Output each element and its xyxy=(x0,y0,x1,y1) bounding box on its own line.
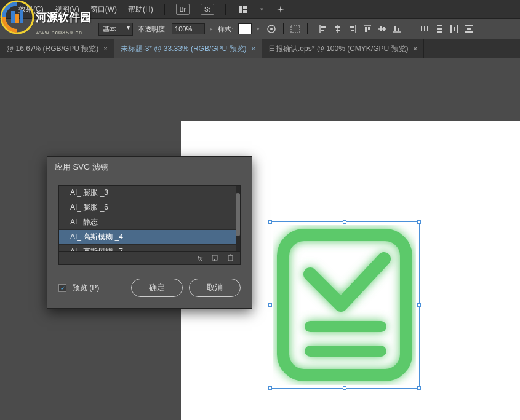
svg-rect-2 xyxy=(15,14,19,23)
distribute-group xyxy=(418,23,476,35)
svg-rect-18 xyxy=(351,30,354,31)
align-group xyxy=(316,23,404,35)
svg-rect-21 xyxy=(368,27,370,30)
preview-checkbox[interactable]: ✓ xyxy=(58,284,66,292)
svg-rect-35 xyxy=(454,27,455,31)
trash-icon[interactable] xyxy=(227,254,234,263)
svg-rect-27 xyxy=(398,28,399,31)
scrollbar-thumb[interactable] xyxy=(236,193,240,236)
dashed-rect-icon[interactable] xyxy=(289,23,302,35)
svg-rect-32 xyxy=(437,28,442,30)
svg-rect-33 xyxy=(437,31,442,33)
close-icon[interactable]: × xyxy=(103,45,107,52)
opacity-label: 不透明度: xyxy=(138,25,167,34)
filter-item[interactable]: AI_ 静态 xyxy=(59,215,240,230)
tab-bar: @ 16.67% (RGB/GPU 预览) × 未标题-3* @ 33.33% … xyxy=(0,39,520,58)
filter-item[interactable]: AI_ 膨胀 _3 xyxy=(59,186,240,200)
appearance-icon[interactable] xyxy=(265,23,278,35)
filter-item[interactable]: AI_ 膨胀 _6 xyxy=(59,200,240,215)
svg-rect-23 xyxy=(380,26,382,31)
style-swatch[interactable] xyxy=(238,23,252,34)
svg-rect-38 xyxy=(467,28,471,30)
handle-top-left[interactable] xyxy=(268,220,272,224)
svg-rect-31 xyxy=(437,25,442,26)
svg-rect-17 xyxy=(350,26,354,28)
svg-rect-6 xyxy=(243,10,247,13)
svg-rect-9 xyxy=(291,25,300,33)
ok-button[interactable]: 确定 xyxy=(131,279,183,297)
svg-rect-26 xyxy=(394,26,396,31)
svg-rect-24 xyxy=(383,27,385,31)
logo-text: 河源软件园 xyxy=(36,10,91,25)
divider xyxy=(164,4,165,15)
preview-label: 预览 (P) xyxy=(73,283,99,293)
dropdown-caret-icon: ▾ xyxy=(260,6,263,12)
chevron-right-icon[interactable]: ▸ xyxy=(210,26,213,32)
stock-icon[interactable]: St xyxy=(201,4,214,15)
style-label: 样式: xyxy=(218,25,233,34)
logo-icon xyxy=(0,0,34,34)
distribute-v-icon[interactable] xyxy=(433,23,446,35)
scrollbar[interactable] xyxy=(236,186,240,251)
align-bottom-icon[interactable] xyxy=(390,23,404,35)
selection-bounds xyxy=(270,221,420,389)
bridge-icon[interactable]: Br xyxy=(176,4,190,15)
new-filter-icon[interactable] xyxy=(211,254,218,263)
handle-bottom-mid[interactable] xyxy=(343,386,346,390)
close-icon[interactable]: × xyxy=(414,45,417,52)
dropdown-caret-icon: ▾ xyxy=(257,26,260,32)
handle-top-mid[interactable] xyxy=(343,220,346,224)
sparkle-icon[interactable] xyxy=(274,3,287,15)
handle-mid-right[interactable] xyxy=(417,303,421,307)
svg-rect-29 xyxy=(424,26,425,31)
logo-subtitle: www.pc0359.cn xyxy=(36,30,82,36)
distribute-icon-3[interactable] xyxy=(447,23,461,35)
svg-rect-1 xyxy=(11,11,15,23)
align-vcenter-icon[interactable] xyxy=(375,23,389,35)
align-left-icon[interactable] xyxy=(316,23,330,35)
svg-rect-15 xyxy=(336,30,340,31)
svg-rect-5 xyxy=(243,6,247,9)
svg-rect-45 xyxy=(228,256,233,261)
artwork-selection[interactable] xyxy=(273,225,416,385)
document-tab[interactable]: 未标题-3* @ 33.33% (RGB/GPU 预览) × xyxy=(114,39,262,58)
menu-window[interactable]: 窗口(W) xyxy=(90,4,117,15)
preset-dropdown[interactable]: 基本 xyxy=(98,23,133,36)
filter-list[interactable]: AI_ 膨胀 _3 AI_ 膨胀 _6 AI_ 静态 AI_ 高斯模糊 _4 A… xyxy=(58,185,241,252)
handle-bottom-right[interactable] xyxy=(417,386,421,390)
distribute-h-icon[interactable] xyxy=(418,23,431,35)
document-tab[interactable]: 日报确认.eps* @ 100% (CMYK/GPU 预览) × xyxy=(262,39,424,58)
distribute-icon-4[interactable] xyxy=(462,23,476,35)
svg-rect-12 xyxy=(321,30,324,31)
opacity-input[interactable] xyxy=(172,23,205,34)
handle-mid-left[interactable] xyxy=(268,303,272,307)
svg-rect-34 xyxy=(450,25,452,33)
divider xyxy=(225,4,226,15)
close-icon[interactable]: × xyxy=(252,45,255,52)
site-logo: 河源软件园 www.pc0359.cn xyxy=(0,0,91,34)
align-top-icon[interactable] xyxy=(361,23,374,35)
svg-rect-4 xyxy=(239,6,242,13)
svg-rect-3 xyxy=(20,10,23,23)
align-right-icon[interactable] xyxy=(346,23,359,35)
document-tab[interactable]: @ 16.67% (RGB/GPU 预览) × xyxy=(0,39,114,58)
fx-icon[interactable]: fx xyxy=(197,255,202,262)
svg-rect-14 xyxy=(335,26,340,28)
svg-rect-36 xyxy=(457,25,458,33)
align-hcenter-icon[interactable] xyxy=(331,23,345,35)
handle-top-right[interactable] xyxy=(417,220,421,224)
filter-item[interactable]: AI_ 高斯模糊 _7 xyxy=(59,245,240,252)
svg-rect-11 xyxy=(321,26,326,28)
svg-point-8 xyxy=(270,28,273,30)
menu-help[interactable]: 帮助(H) xyxy=(128,4,153,15)
cancel-button[interactable]: 取消 xyxy=(189,279,241,297)
filter-item[interactable]: AI_ 高斯模糊 _4 xyxy=(59,230,240,245)
arrange-icon[interactable] xyxy=(237,3,249,15)
svg-rect-30 xyxy=(427,26,428,31)
divider xyxy=(409,23,409,34)
handle-bottom-left[interactable] xyxy=(268,386,272,390)
svg-rect-20 xyxy=(365,27,367,32)
svg-rect-37 xyxy=(465,25,473,26)
dialog-title: 应用 SVG 滤镜 xyxy=(47,157,252,178)
svg-rect-39 xyxy=(465,31,473,33)
